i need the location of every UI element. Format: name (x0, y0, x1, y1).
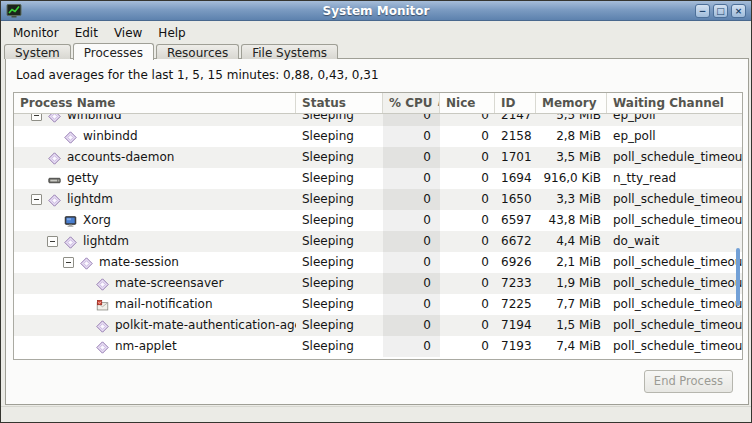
process-row-getty[interactable]: gettySleeping001694916,0 KiBn_tty_read (14, 168, 742, 189)
column-header-memory[interactable]: Memory (536, 93, 607, 113)
process-id-cell: 7193 (495, 336, 536, 357)
tab-system[interactable]: System (4, 44, 71, 59)
process-id-cell: 1694 (495, 168, 536, 189)
process-row-mate-screensaver[interactable]: mate-screensaverSleeping0072331,9 MiBpol… (14, 273, 742, 294)
diamond-icon (96, 319, 109, 332)
process-row-mate-session[interactable]: mate-sessionSleeping0069262,1 MiBpoll_sc… (14, 252, 742, 273)
process-channel-cell: ep_poll (607, 126, 742, 147)
process-memory-cell: 3,3 MiB (536, 189, 607, 210)
column-header-status[interactable]: Status (296, 93, 383, 113)
tree-collapse-expander[interactable] (47, 236, 58, 247)
process-row-accounts-daemon[interactable]: accounts-daemonSleeping0017013,5 MiBpoll… (14, 147, 742, 168)
vertical-scrollbar-thumb[interactable] (736, 248, 740, 306)
process-id-cell: 6672 (495, 231, 536, 252)
process-nice-cell: 0 (440, 273, 495, 294)
tree-collapse-expander[interactable] (31, 194, 42, 205)
process-cpu-cell: 0 (383, 273, 440, 294)
tab-resources[interactable]: Resources (156, 44, 239, 59)
process-table-body: winbinddSleeping0021475,5 MiBep_pollwinb… (14, 114, 742, 357)
process-channel-cell: poll_schedule_timeout (607, 189, 742, 210)
column-header-cpu[interactable]: % CPU∧ (383, 93, 440, 113)
process-nice-cell: 0 (440, 294, 495, 315)
end-process-button[interactable]: End Process (644, 370, 733, 393)
process-name-cell: polkit-mate-authentication-agent-1 (14, 315, 296, 336)
diamond-icon (64, 130, 77, 143)
menu-monitor[interactable]: Monitor (5, 24, 67, 42)
process-name: polkit-mate-authentication-agent-1 (115, 315, 296, 336)
process-row-lightdm[interactable]: lightdmSleeping0016503,3 MiBpoll_schedul… (14, 189, 742, 210)
menu-help[interactable]: Help (150, 24, 193, 42)
process-id-cell: 6926 (495, 252, 536, 273)
process-status-cell: Sleeping (296, 315, 383, 336)
process-id-cell: 7225 (495, 294, 536, 315)
process-row-winbindd[interactable]: winbinddSleeping0021475,5 MiBep_poll (14, 114, 742, 126)
process-name-cell: winbindd (14, 114, 296, 126)
minimize-button[interactable]: − (695, 4, 710, 18)
process-nice-cell: 0 (440, 231, 495, 252)
column-header-label: Status (302, 93, 346, 113)
process-row-nm-applet[interactable]: nm-appletSleeping0071937,4 MiBpoll_sched… (14, 336, 742, 357)
process-cpu-cell: 0 (383, 126, 440, 147)
process-channel-cell: ep_poll (607, 114, 742, 126)
process-name: mate-screensaver (115, 273, 223, 294)
process-table[interactable]: Process NameStatus% CPU∧NiceIDMemoryWait… (13, 92, 743, 360)
process-id-cell: 1650 (495, 189, 536, 210)
process-id-cell: 6597 (495, 210, 536, 231)
column-header-nice[interactable]: Nice (440, 93, 495, 113)
column-header-label: Waiting Channel (613, 93, 724, 113)
diamond-icon (64, 235, 77, 248)
close-button[interactable]: × (731, 4, 746, 18)
maximize-button[interactable]: □ (713, 4, 728, 18)
process-name: nm-applet (115, 336, 177, 357)
process-row-Xorg[interactable]: XorgSleeping00659743,8 MiBpoll_schedule_… (14, 210, 742, 231)
column-header-id[interactable]: ID (495, 93, 536, 113)
diamond-icon (96, 340, 109, 353)
column-header-name[interactable]: Process Name (14, 93, 296, 113)
process-channel-cell: poll_schedule_timeout (607, 315, 742, 336)
process-id-cell: 2147 (495, 114, 536, 126)
diamond-icon (48, 193, 61, 206)
tree-collapse-expander[interactable] (31, 114, 42, 121)
process-cpu-cell: 0 (383, 189, 440, 210)
process-cpu-cell: 0 (383, 231, 440, 252)
process-memory-cell: 4,4 MiB (536, 231, 607, 252)
column-header-channel[interactable]: Waiting Channel (607, 93, 742, 113)
tree-collapse-expander[interactable] (63, 257, 74, 268)
process-nice-cell: 0 (440, 114, 495, 126)
process-name-cell: lightdm (14, 231, 296, 252)
diamond-icon (48, 151, 61, 164)
menu-edit[interactable]: Edit (67, 24, 106, 42)
tab-file-systems[interactable]: File Systems (241, 44, 338, 59)
menubar: MonitorEditViewHelp (1, 22, 751, 43)
process-cpu-cell: 0 (383, 294, 440, 315)
process-name-cell: accounts-daemon (14, 147, 296, 168)
titlebar[interactable]: System Monitor − □ × (1, 1, 751, 21)
process-row-mail-notification[interactable]: mail-notificationSleeping0072257,7 MiBpo… (14, 294, 742, 315)
process-channel-cell: poll_schedule_timeout (607, 147, 742, 168)
system-monitor-window: System Monitor − □ × MonitorEditViewHelp… (0, 0, 752, 423)
process-nice-cell: 0 (440, 336, 495, 357)
column-header-label: Process Name (20, 93, 115, 113)
process-name-cell: getty (14, 168, 296, 189)
process-name: Xorg (83, 210, 111, 231)
process-name: winbindd (83, 126, 138, 147)
process-status-cell: Sleeping (296, 336, 383, 357)
tab-processes[interactable]: Processes (73, 43, 154, 60)
diamond-icon (48, 114, 61, 122)
column-header-label: Nice (446, 93, 475, 113)
menu-view[interactable]: View (106, 24, 150, 42)
process-row-lightdm[interactable]: lightdmSleeping0066724,4 MiBdo_wait (14, 231, 742, 252)
process-table-header: Process NameStatus% CPU∧NiceIDMemoryWait… (14, 93, 742, 114)
process-row-polkit-mate-authentication-agent-1[interactable]: polkit-mate-authentication-agent-1Sleepi… (14, 315, 742, 336)
process-status-cell: Sleeping (296, 252, 383, 273)
process-memory-cell: 1,5 MiB (536, 315, 607, 336)
process-nice-cell: 0 (440, 210, 495, 231)
process-row-winbindd[interactable]: winbinddSleeping0021582,8 MiBep_poll (14, 126, 742, 147)
process-memory-cell: 1,9 MiB (536, 273, 607, 294)
process-status-cell: Sleeping (296, 147, 383, 168)
column-header-label: % CPU (389, 93, 433, 113)
process-id-cell: 7233 (495, 273, 536, 294)
process-name-cell: lightdm (14, 189, 296, 210)
process-nice-cell: 0 (440, 168, 495, 189)
process-name-cell: mail-notification (14, 294, 296, 315)
